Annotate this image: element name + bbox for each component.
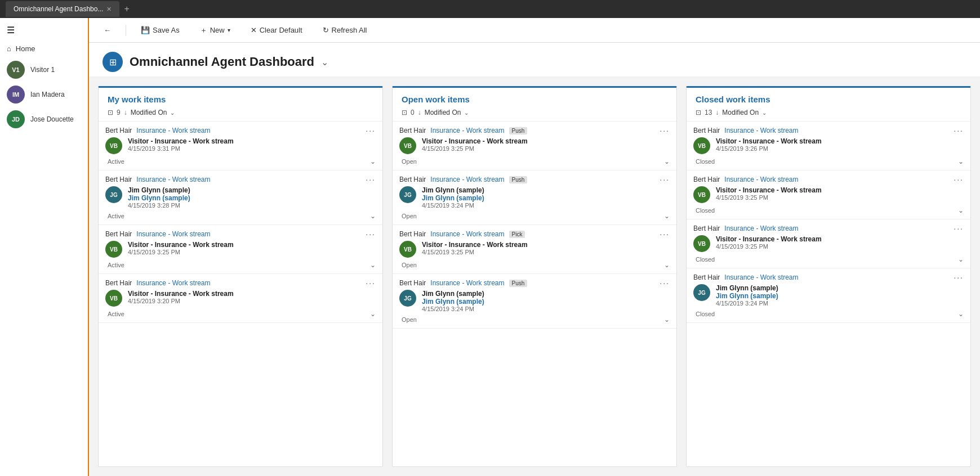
item-status: Open [399, 213, 417, 219]
work-item-header: Bert Hair Insurance - Work stream Push ·… [399, 279, 670, 288]
closed-work-items-sort-icon[interactable]: ↓ [715, 109, 719, 116]
new-icon: ＋ [200, 25, 207, 35]
item-details: Visitor - Insurance - Work stream 4/15/2… [422, 241, 670, 255]
sidebar-contact-josedoucette[interactable]: JD Jose Doucette [0, 107, 88, 132]
expand-item-button[interactable]: ⌄ [664, 158, 670, 165]
item-status: Open [399, 262, 417, 268]
more-options-button[interactable]: ··· [954, 273, 964, 282]
item-subtitle-link[interactable]: Jim Glynn (sample) [422, 194, 670, 202]
stream-name[interactable]: Insurance - Work stream [430, 176, 504, 183]
stream-name[interactable]: Insurance - Work stream [136, 230, 210, 238]
more-options-button[interactable]: ··· [366, 279, 376, 288]
open-work-items-sort-label[interactable]: Modified On [425, 109, 461, 116]
open-work-items-sort-chevron-icon[interactable]: ⌄ [464, 110, 469, 116]
expand-item-button[interactable]: ⌄ [370, 261, 376, 269]
item-details: Visitor - Insurance - Work stream 4/15/2… [716, 186, 964, 201]
more-options-button[interactable]: ··· [954, 126, 964, 135]
work-item-body: VB Visitor - Insurance - Work stream 4/1… [693, 235, 964, 252]
item-subtitle-link[interactable]: Jim Glynn (sample) [422, 298, 670, 306]
my-work-items-sort-icon[interactable]: ↓ [124, 109, 127, 116]
refresh-all-button[interactable]: ↻ Refresh All [317, 23, 373, 37]
more-options-button[interactable]: ··· [660, 175, 670, 184]
item-avatar: VB [693, 186, 710, 203]
sidebar-contact-ianmadera[interactable]: IM Ian Madera [0, 82, 88, 107]
main-content: ← 💾 Save As ＋ New ▾ ✕ Clear Default ↻ [89, 18, 980, 476]
stream-name[interactable]: Insurance - Work stream [724, 127, 798, 134]
avatar-josedoucette: JD [7, 110, 25, 128]
expand-item-button[interactable]: ⌄ [958, 310, 964, 318]
agent-name: Bert Hair [399, 279, 426, 287]
stream-name[interactable]: Insurance - Work stream [724, 224, 798, 232]
item-avatar: VB [693, 235, 710, 252]
more-options-button[interactable]: ··· [954, 224, 964, 233]
stream-name[interactable]: Insurance - Work stream [136, 127, 210, 134]
more-options-button[interactable]: ··· [660, 230, 670, 239]
item-subtitle-link[interactable]: Jim Glynn (sample) [716, 292, 964, 300]
expand-item-button[interactable]: ⌄ [370, 158, 376, 165]
expand-item-button[interactable]: ⌄ [958, 206, 964, 214]
item-footer: Active ⌄ [105, 156, 376, 165]
expand-item-button[interactable]: ⌄ [370, 310, 376, 318]
more-options-button[interactable]: ··· [954, 175, 964, 184]
expand-item-button[interactable]: ⌄ [664, 261, 670, 269]
my-work-items-sort-chevron-icon[interactable]: ⌄ [170, 110, 175, 116]
stream-name[interactable]: Insurance - Work stream [724, 273, 798, 281]
new-tab-button[interactable]: + [124, 4, 129, 14]
agent-name: Bert Hair [105, 176, 132, 183]
back-button[interactable]: ← [98, 23, 117, 37]
save-as-button[interactable]: 💾 Save As [135, 23, 185, 37]
stream-name[interactable]: Insurance - Work stream [136, 176, 210, 183]
new-button[interactable]: ＋ New ▾ [194, 23, 236, 38]
save-as-icon: 💾 [141, 26, 150, 34]
expand-item-button[interactable]: ⌄ [958, 158, 964, 165]
clear-default-icon: ✕ [251, 26, 257, 34]
stream-name[interactable]: Insurance - Work stream [430, 230, 504, 238]
work-item-header: Bert Hair Insurance - Work stream ··· [693, 126, 964, 135]
more-options-button[interactable]: ··· [660, 279, 670, 288]
stream-name[interactable]: Insurance - Work stream [430, 279, 504, 287]
closed-work-items-header: Closed work items ⊡ 13 ↓ Modified On ⌄ [687, 88, 970, 122]
item-status: Active [105, 213, 124, 219]
stream-name[interactable]: Insurance - Work stream [724, 176, 798, 183]
item-footer: Open ⌄ [399, 211, 670, 220]
closed-work-items-sort-chevron-icon[interactable]: ⌄ [762, 110, 767, 116]
clear-default-button[interactable]: ✕ Clear Default [245, 23, 308, 37]
item-subtitle-link[interactable]: Jim Glynn (sample) [128, 194, 376, 202]
work-item: Bert Hair Insurance - Work stream Pick ·… [393, 225, 676, 274]
refresh-all-label: Refresh All [332, 26, 367, 34]
my-work-items-filter-icon: ⊡ [108, 109, 113, 116]
my-work-items-sort-label[interactable]: Modified On [131, 109, 167, 116]
expand-item-button[interactable]: ⌄ [664, 316, 670, 324]
more-options-button[interactable]: ··· [366, 126, 376, 135]
item-details: Visitor - Insurance - Work stream 4/15/2… [716, 137, 964, 152]
refresh-icon: ↻ [323, 26, 329, 34]
item-status: Active [105, 158, 124, 165]
page-title-chevron-icon[interactable]: ⌄ [321, 57, 328, 68]
expand-item-button[interactable]: ⌄ [370, 212, 376, 220]
title-bar-tab[interactable]: Omnichannel Agent Dashbo... ✕ [6, 1, 119, 17]
sidebar-item-home[interactable]: ⌂ Home [0, 40, 88, 57]
work-item: Bert Hair Insurance - Work stream Push ·… [393, 170, 676, 225]
more-options-button[interactable]: ··· [660, 126, 670, 135]
more-options-button[interactable]: ··· [366, 230, 376, 239]
item-date: 4/15/2019 3:25 PM [422, 249, 670, 255]
title-bar: Omnichannel Agent Dashbo... ✕ + [0, 0, 980, 18]
stream-name[interactable]: Insurance - Work stream [430, 127, 504, 134]
agent-name: Bert Hair [105, 127, 132, 134]
sidebar-contact-visitor1[interactable]: V1 Visitor 1 [0, 57, 88, 82]
closed-work-items-sort-label[interactable]: Modified On [722, 109, 759, 116]
item-date: 4/15/2019 3:28 PM [128, 202, 376, 209]
item-status: Open [399, 316, 417, 323]
expand-item-button[interactable]: ⌄ [958, 255, 964, 263]
more-options-button[interactable]: ··· [366, 175, 376, 184]
expand-item-button[interactable]: ⌄ [664, 212, 670, 220]
stream-name[interactable]: Insurance - Work stream [136, 279, 210, 287]
hamburger-menu[interactable]: ☰ [0, 20, 88, 40]
main-area: ☰ ⌂ Home V1 Visitor 1 IM Ian Madera JD J… [0, 18, 980, 476]
open-work-items-sort-icon[interactable]: ↓ [418, 109, 421, 116]
item-avatar: VB [399, 137, 416, 154]
tab-close-icon[interactable]: ✕ [106, 6, 112, 13]
open-work-items-header: Open work items ⊡ 0 ↓ Modified On ⌄ [393, 88, 676, 122]
agent-name: Bert Hair [399, 176, 426, 183]
item-details: Visitor - Insurance - Work stream 4/15/2… [716, 235, 964, 250]
